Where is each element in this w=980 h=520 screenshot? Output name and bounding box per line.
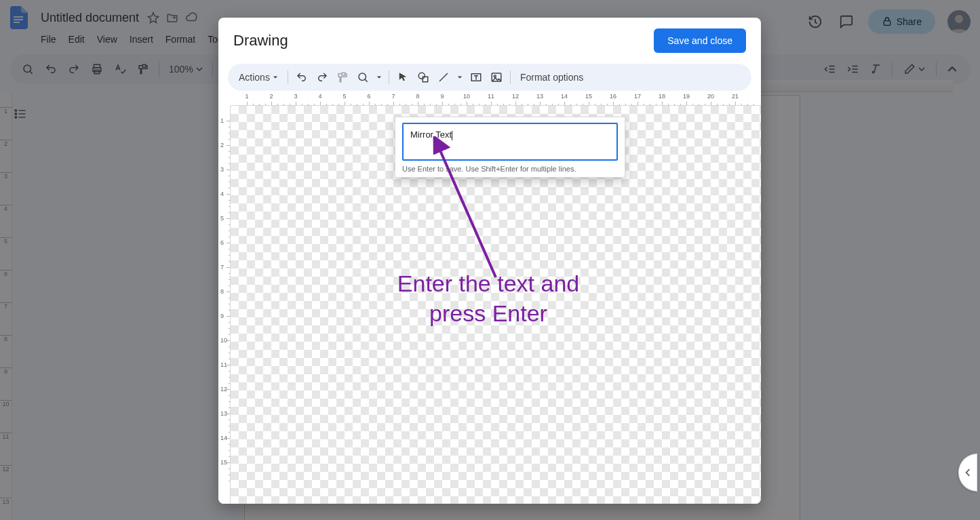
drawing-horizontal-ruler[interactable]: 123456789101112131415161718192021 xyxy=(231,92,761,106)
format-options-button[interactable]: Format options xyxy=(515,67,589,87)
annotation-text: Enter the text and press Enter xyxy=(353,268,624,328)
undo-icon[interactable] xyxy=(292,68,311,87)
save-and-close-button[interactable]: Save and close xyxy=(654,28,746,53)
textbox-value: Mirror Text xyxy=(410,129,452,140)
svg-point-16 xyxy=(494,75,496,77)
zoom-caret-icon[interactable] xyxy=(374,68,385,87)
drawing-canvas-area: 123456789101112131415161718192021 123456… xyxy=(218,92,761,504)
svg-point-11 xyxy=(359,73,366,81)
textbox-tool-icon[interactable] xyxy=(467,68,486,87)
image-tool-icon[interactable] xyxy=(487,68,506,87)
line-caret-icon[interactable] xyxy=(454,68,465,87)
zoom-dropdown[interactable] xyxy=(353,68,372,87)
shape-tool-icon[interactable] xyxy=(414,68,433,87)
drawing-vertical-ruler[interactable]: 123456789101112131415 xyxy=(218,106,231,504)
textbox-input[interactable]: Mirror Text xyxy=(402,123,618,161)
select-tool-icon[interactable] xyxy=(393,68,412,87)
drawing-dialog: Drawing Save and close Actions Format op… xyxy=(218,18,761,504)
drawing-toolbar: Actions Format options xyxy=(228,64,751,91)
line-tool-icon[interactable] xyxy=(434,68,453,87)
redo-icon[interactable] xyxy=(313,68,332,87)
dialog-title: Drawing xyxy=(233,32,288,49)
actions-dropdown[interactable]: Actions xyxy=(233,67,283,87)
textbox-editor: Mirror Text Use Enter to save. Use Shift… xyxy=(395,117,625,178)
paint-format-icon xyxy=(333,68,352,87)
svg-point-12 xyxy=(418,73,425,79)
drawing-canvas[interactable]: Mirror Text Use Enter to save. Use Shift… xyxy=(231,106,761,504)
text-caret xyxy=(452,131,452,140)
textbox-hint: Use Enter to save. Use Shift+Enter for m… xyxy=(402,165,618,173)
svg-rect-13 xyxy=(423,77,428,82)
